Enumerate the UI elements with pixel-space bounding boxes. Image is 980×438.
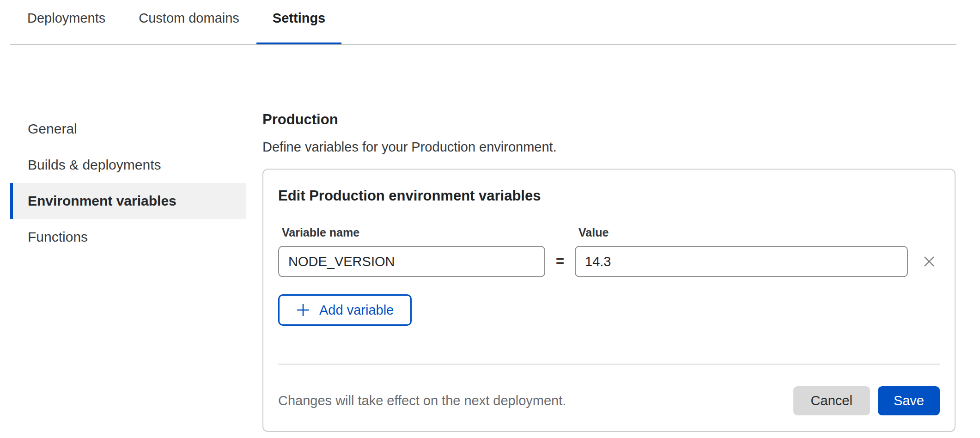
tab-settings[interactable]: Settings xyxy=(273,10,325,43)
cancel-button[interactable]: Cancel xyxy=(793,386,870,415)
page-description: Define variables for your Production env… xyxy=(262,139,956,155)
page: Deployments Custom domains Settings Gene… xyxy=(0,0,980,432)
environment-variables-card: Edit Production environment variables Va… xyxy=(262,169,956,432)
save-button[interactable]: Save xyxy=(878,386,940,415)
settings-sidebar: General Builds & deployments Environment… xyxy=(0,45,246,432)
tab-custom-domains[interactable]: Custom domains xyxy=(139,10,239,43)
value-label: Value xyxy=(575,225,908,239)
add-variable-label: Add variable xyxy=(319,303,394,318)
footer-actions: Cancel Save xyxy=(793,386,940,415)
card-divider xyxy=(278,364,940,365)
variable-name-label: Variable name xyxy=(278,225,545,239)
sidebar-item-builds-deployments[interactable]: Builds & deployments xyxy=(10,147,246,183)
footer-note: Changes will take effect on the next dep… xyxy=(278,393,566,408)
main-panel: Production Define variables for your Pro… xyxy=(262,45,956,432)
tab-list: Deployments Custom domains Settings xyxy=(0,0,980,43)
variable-name-input[interactable] xyxy=(278,246,545,277)
plus-icon xyxy=(296,303,310,317)
content: General Builds & deployments Environment… xyxy=(0,45,980,432)
sidebar-item-functions[interactable]: Functions xyxy=(10,219,246,255)
variable-row: = xyxy=(278,246,940,277)
tab-bar: Deployments Custom domains Settings xyxy=(0,0,980,45)
tab-deployments[interactable]: Deployments xyxy=(27,10,105,43)
variable-value-input[interactable] xyxy=(575,246,908,277)
sidebar-item-environment-variables[interactable]: Environment variables xyxy=(10,183,246,219)
add-variable-button[interactable]: Add variable xyxy=(278,294,412,326)
card-footer: Changes will take effect on the next dep… xyxy=(278,386,940,415)
sidebar-item-general[interactable]: General xyxy=(10,111,246,147)
card-title: Edit Production environment variables xyxy=(278,187,940,204)
page-title: Production xyxy=(262,111,956,128)
equals-sign: = xyxy=(545,253,575,270)
remove-variable-button[interactable] xyxy=(919,252,939,271)
field-labels-row: Variable name Value xyxy=(278,225,940,239)
tab-bar-divider xyxy=(10,44,956,45)
close-icon xyxy=(922,263,936,270)
